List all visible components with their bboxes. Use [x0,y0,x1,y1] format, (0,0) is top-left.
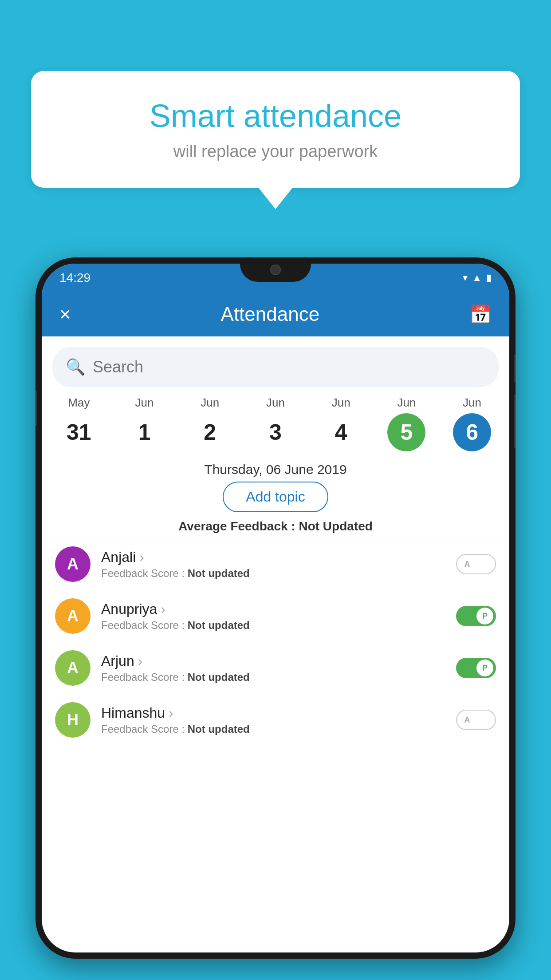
cal-day-number[interactable]: 5 [387,413,425,451]
calendar-day[interactable]: Jun6 [450,396,494,451]
speech-bubble-container: Smart attendance will replace your paper… [31,71,520,188]
status-icons: ▾ ▲ ▮ [463,272,492,284]
speech-bubble: Smart attendance will replace your paper… [31,71,520,188]
app-header: × Attendance 📅 [42,292,509,336]
close-button[interactable]: × [59,303,71,325]
student-info: ArjunFeedback Score : Not updated [101,653,445,684]
cal-month-label: Jun [397,396,416,410]
cal-day-number[interactable]: 3 [256,413,295,451]
student-item[interactable]: AAnjaliFeedback Score : Not updatedA [42,538,509,590]
selected-date: Thursday, 06 June 2019 [42,456,509,482]
volume-button [35,391,37,426]
cal-day-number[interactable]: 31 [60,413,98,451]
student-info: AnupriyaFeedback Score : Not updated [101,601,445,632]
avg-feedback-value: Not Updated [299,519,372,533]
add-topic-button[interactable]: Add topic [223,482,328,512]
phone-frame: 14:29 ▾ ▲ ▮ × Attendance 📅 🔍 May31Jun1Ju… [35,257,516,959]
status-time: 14:29 [59,271,91,285]
toggle-switch[interactable]: P [456,606,496,626]
power-button [514,355,516,382]
wifi-icon: ▾ [463,272,468,284]
toggle-knob: P [476,660,493,676]
calendar-day[interactable]: Jun1 [122,396,167,451]
search-input[interactable] [93,358,485,376]
student-item[interactable]: HHimanshuFeedback Score : Not updatedA [42,694,509,746]
student-info: HimanshuFeedback Score : Not updated [101,705,445,735]
calendar-day[interactable]: Jun3 [253,396,298,451]
cal-day-number[interactable]: 2 [191,413,229,451]
student-list: AAnjaliFeedback Score : Not updatedAAAnu… [42,538,509,746]
attendance-toggle[interactable]: A [456,554,496,574]
volume-button-right [514,395,516,448]
calendar-day[interactable]: Jun4 [319,396,363,451]
calendar-strip: May31Jun1Jun2Jun3Jun4Jun5Jun6 [42,387,509,456]
student-feedback: Feedback Score : Not updated [101,619,445,632]
notch [240,257,311,282]
cal-month-label: May [68,396,90,410]
student-avatar: A [55,598,91,634]
toggle-knob: A [459,711,476,728]
search-icon: 🔍 [66,358,86,376]
battery-icon: ▮ [486,272,492,284]
avg-feedback-label: Average Feedback : [178,519,295,533]
cal-day-number[interactable]: 6 [453,413,491,451]
cal-month-label: Jun [201,396,219,410]
toggle-switch[interactable]: A [456,554,496,574]
avg-feedback: Average Feedback : Not Updated [42,519,509,533]
cal-month-label: Jun [332,396,350,410]
attendance-toggle[interactable]: P [456,606,496,626]
screen: 14:29 ▾ ▲ ▮ × Attendance 📅 🔍 May31Jun1Ju… [42,264,509,952]
student-name[interactable]: Anjali [101,549,445,565]
student-item[interactable]: AArjunFeedback Score : Not updatedP [42,642,509,694]
toggle-knob: A [459,556,476,573]
student-avatar: A [55,650,91,686]
header-title: Attendance [221,303,320,325]
student-feedback: Feedback Score : Not updated [101,723,445,735]
search-bar[interactable]: 🔍 [52,347,499,387]
calendar-day[interactable]: May31 [57,396,101,451]
calendar-icon[interactable]: 📅 [469,304,492,325]
student-item[interactable]: AAnupriyaFeedback Score : Not updatedP [42,590,509,642]
student-avatar: H [55,702,91,738]
student-feedback: Feedback Score : Not updated [101,671,445,684]
signal-icon: ▲ [472,272,482,284]
student-name[interactable]: Himanshu [101,705,445,721]
student-feedback: Feedback Score : Not updated [101,567,445,580]
student-name[interactable]: Arjun [101,653,445,669]
front-camera [270,265,281,275]
calendar-day[interactable]: Jun2 [188,396,232,451]
cal-month-label: Jun [463,396,481,410]
student-info: AnjaliFeedback Score : Not updated [101,549,445,580]
cal-month-label: Jun [135,396,154,410]
toggle-switch[interactable]: A [456,710,496,730]
attendance-toggle[interactable]: P [456,658,496,678]
student-avatar: A [55,546,91,582]
toggle-knob: P [476,608,493,624]
cal-month-label: Jun [266,396,285,410]
toggle-switch[interactable]: P [456,658,496,678]
attendance-toggle[interactable]: A [456,710,496,730]
student-name[interactable]: Anupriya [101,601,445,617]
calendar-day[interactable]: Jun5 [384,396,429,451]
bubble-subtitle: will replace your paperwork [67,142,484,161]
bubble-title: Smart attendance [67,98,484,134]
cal-day-number[interactable]: 1 [126,413,164,451]
cal-day-number[interactable]: 4 [322,413,360,451]
